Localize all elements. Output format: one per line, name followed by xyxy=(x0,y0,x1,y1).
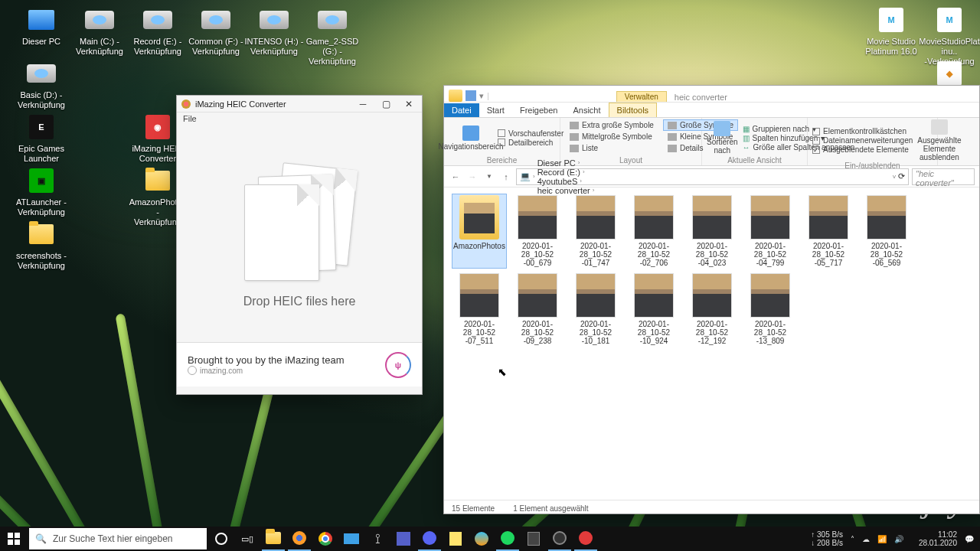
desktop-icon[interactable]: screenshots - Verknüpfung xyxy=(11,219,72,271)
tab-ansicht[interactable]: Ansicht xyxy=(565,103,608,117)
details-pane-toggle[interactable]: Detailbereich xyxy=(498,139,564,147)
qat-props-icon[interactable] xyxy=(466,90,476,101)
taskbar-heic-converter[interactable] xyxy=(574,527,597,551)
taskbar-notes[interactable] xyxy=(444,527,467,551)
taskbar-obs[interactable] xyxy=(548,527,571,551)
taskbar-search[interactable]: 🔍 Zur Suche Text hier eingeben xyxy=(29,528,207,549)
forward-button[interactable]: → xyxy=(466,170,479,184)
checkbox-item-checkboxes[interactable]: Elementkontrollkästchen xyxy=(812,127,913,135)
image-item[interactable]: 2020-01-28_10-52 -07_511 xyxy=(452,272,507,347)
hide-selected-button[interactable]: Ausgewählte Elemente ausblenden xyxy=(917,119,961,161)
cloud-icon[interactable]: ☁ xyxy=(862,535,870,543)
sort-button[interactable]: Sortieren nach xyxy=(707,119,738,156)
taskbar-discord[interactable] xyxy=(418,527,441,551)
menu-file[interactable]: File xyxy=(177,112,422,128)
drop-text: Drop HEIC files here xyxy=(243,295,356,308)
taskbar-chrome[interactable] xyxy=(314,527,337,551)
qat-dropdown-icon[interactable]: ▾ xyxy=(479,91,484,101)
tab-freigeben[interactable]: Freigeben xyxy=(512,103,566,117)
desktop-icon[interactable]: MMovieStudioPlatinu.. -Verknüpfung xyxy=(919,5,980,67)
svg-rect-0 xyxy=(8,533,13,538)
wifi-icon[interactable]: 📶 xyxy=(877,535,887,543)
image-item[interactable]: 2020-01-28_10-52 -09_238 xyxy=(510,272,565,347)
taskbar-spotify[interactable] xyxy=(496,527,519,551)
layout-option[interactable]: Liste xyxy=(565,142,658,154)
image-item[interactable]: 2020-01-28_10-52 -00_679 xyxy=(510,194,565,269)
qat-folder-icon[interactable] xyxy=(449,90,462,102)
desktop-icon[interactable]: INTENSO (H:) - Verknüpfung xyxy=(243,5,305,57)
taskbar-calculator[interactable] xyxy=(522,527,545,551)
image-item[interactable]: 2020-01-28_10-52 -10_924 xyxy=(626,272,681,347)
refresh-icon[interactable]: ⟳ xyxy=(898,171,905,181)
context-tab-manage[interactable]: Verwalten xyxy=(616,91,667,102)
checkbox-extensions[interactable]: Dateinamenerweiterungen xyxy=(812,136,913,145)
taskview-button[interactable]: ▭▯ xyxy=(236,527,259,551)
tab-bildtools[interactable]: Bildtools xyxy=(609,103,658,117)
preview-pane-toggle[interactable]: Vorschaufenster xyxy=(498,129,564,138)
desktop-icon[interactable]: Basic (D:) - Verknüpfung xyxy=(11,58,72,110)
navigation-pane-button[interactable]: Navigationsbereich xyxy=(449,119,493,156)
desktop-icon[interactable]: Dieser PC xyxy=(11,5,72,47)
image-item[interactable]: 2020-01-28_10-52 -10_181 xyxy=(568,272,623,347)
search-input[interactable]: "heic converter" xyxy=(912,168,975,185)
address-bar[interactable]: 💻› Dieser PC › Record (E:) › 4youtubeS ›… xyxy=(516,168,909,185)
footer-link[interactable]: imazing.com xyxy=(188,366,345,375)
status-count: 15 Elemente xyxy=(452,504,495,513)
desktop-icon[interactable]: MMovie Studio Platinum 16.0 xyxy=(861,5,922,57)
search-icon: 🔍 xyxy=(35,533,47,544)
converter-window: iMazing HEIC Converter ─ ▢ ✕ File Drop H… xyxy=(176,95,423,395)
layout-option[interactable]: Extra große Symbole xyxy=(565,119,658,131)
image-item[interactable]: 2020-01-28_10-52 -13_809 xyxy=(743,272,798,347)
image-item[interactable]: 2020-01-28_10-52 -04_799 xyxy=(743,194,798,269)
volume-icon[interactable]: 🔊 xyxy=(894,535,903,543)
tray-expand-icon[interactable]: ˄ xyxy=(851,535,854,543)
image-item[interactable]: 2020-01-28_10-52 -02_706 xyxy=(626,194,681,269)
image-item[interactable]: 2020-01-28_10-52 -12_192 xyxy=(684,272,740,347)
checkbox-hidden-items[interactable]: ✓Ausgeblendete Elemente xyxy=(812,145,913,154)
clock[interactable]: 11:02 28.01.2020 xyxy=(919,530,957,547)
explorer-titlebar[interactable]: ▾ | Verwalten heic converter xyxy=(444,86,979,103)
desktop-icon[interactable]: Record (E:) - Verknüpfung xyxy=(127,5,188,57)
system-tray[interactable]: ↑ 305 B/s ↓ 208 B/s ˄ ☁ 📶 🔊 11:02 28.01.… xyxy=(811,530,978,547)
drop-zone[interactable]: Drop HEIC files here xyxy=(177,128,422,342)
address-history-icon[interactable]: v xyxy=(893,173,896,180)
cortana-button[interactable] xyxy=(210,527,233,551)
breadcrumb-segment[interactable]: Record (E:) › xyxy=(537,168,595,177)
back-button[interactable]: ← xyxy=(449,170,462,184)
desktop-icon[interactable]: Game_2-SSD (G:) - Verknüpfung xyxy=(302,5,363,67)
taskbar: 🔍 Zur Suche Text hier eingeben ▭▯ ⟟ ↑ 30… xyxy=(0,527,980,551)
tab-datei[interactable]: Datei xyxy=(444,103,479,117)
taskbar-amazon[interactable] xyxy=(470,527,493,551)
ribbon-tabs: Datei Start Freigeben Ansicht Bildtools xyxy=(444,103,979,118)
recent-dropdown[interactable]: ▼ xyxy=(482,170,496,184)
taskbar-steam[interactable]: ⟟ xyxy=(366,527,389,551)
close-button[interactable]: ✕ xyxy=(397,96,420,112)
breadcrumb-segment[interactable]: Dieser PC › xyxy=(537,158,595,168)
taskbar-firefox[interactable] xyxy=(288,527,311,551)
image-item[interactable]: 2020-01-28_10-52 -06_569 xyxy=(859,194,914,269)
desktop-icon[interactable]: Main (C:) - Verknüpfung xyxy=(69,5,130,57)
taskbar-mail[interactable] xyxy=(340,527,363,551)
converter-footer: Brought to you by the iMazing team imazi… xyxy=(177,342,422,386)
breadcrumb-segment[interactable]: 4youtubeS › xyxy=(537,177,595,186)
taskbar-teams[interactable] xyxy=(392,527,415,551)
desktop-icon[interactable]: ▣ATLauncher - Verknüpfung xyxy=(11,165,72,217)
image-item[interactable]: 2020-01-28_10-52 -04_023 xyxy=(684,194,740,269)
minimize-button[interactable]: ─ xyxy=(351,96,374,112)
svg-rect-1 xyxy=(15,533,20,538)
explorer-content[interactable]: AmazonPhotos2020-01-28_10-52 -00_6792020… xyxy=(444,187,979,500)
notifications-icon[interactable]: 💬 xyxy=(965,535,974,543)
folder-item[interactable]: AmazonPhotos xyxy=(452,194,507,269)
up-button[interactable]: ↑ xyxy=(499,170,513,184)
tab-start[interactable]: Start xyxy=(479,103,512,117)
maximize-button[interactable]: ▢ xyxy=(374,96,397,112)
converter-titlebar[interactable]: iMazing HEIC Converter ─ ▢ ✕ xyxy=(177,96,422,112)
image-item[interactable]: 2020-01-28_10-52 -05_717 xyxy=(801,194,856,269)
layout-option[interactable]: Mittelgroße Symbole xyxy=(565,131,658,142)
desktop-icon[interactable]: Common (F:) - Verknüpfung xyxy=(185,5,247,57)
taskbar-explorer[interactable] xyxy=(262,527,285,551)
image-item[interactable]: 2020-01-28_10-52 -01_747 xyxy=(568,194,623,269)
desktop-icon[interactable]: EEpic Games Launcher xyxy=(11,112,72,164)
start-button[interactable] xyxy=(2,527,26,551)
file-pile-icon xyxy=(238,161,361,284)
